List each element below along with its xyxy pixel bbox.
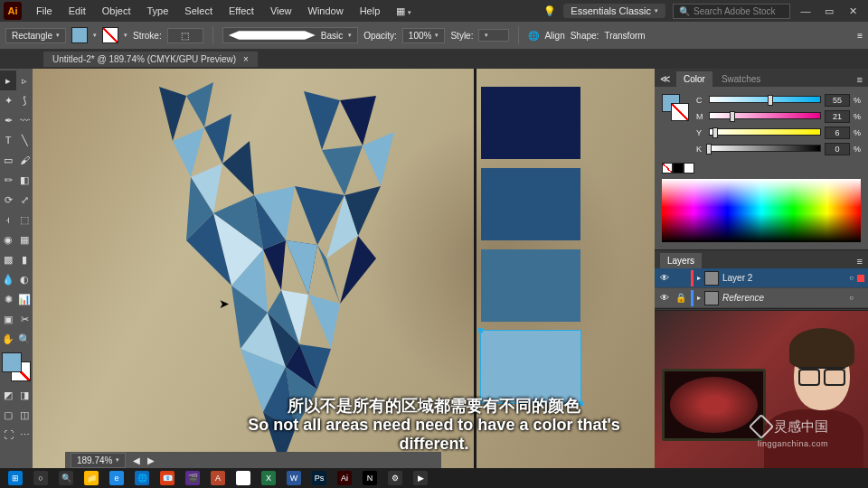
- taskbar-icon-1[interactable]: ○: [29, 469, 52, 487]
- shape-builder-tool[interactable]: ◉: [0, 230, 16, 249]
- stroke-swatch[interactable]: [102, 27, 118, 43]
- layer-row[interactable]: 👁 ▸ Layer 2 ○: [655, 268, 868, 288]
- fill-swatch[interactable]: [71, 27, 88, 43]
- panel-menu-icon[interactable]: ≡: [857, 31, 863, 41]
- white-swatch[interactable]: [684, 163, 694, 174]
- draw-behind-icon[interactable]: ◫: [16, 405, 33, 425]
- cmyk-k-slider[interactable]: [709, 145, 821, 154]
- taskbar-icon-3[interactable]: 📁: [80, 469, 103, 487]
- layer-name[interactable]: Layer 2: [722, 273, 752, 283]
- menu-type[interactable]: Type: [140, 3, 176, 19]
- taskbar-icon-7[interactable]: 🎬: [181, 469, 204, 487]
- menu-view[interactable]: View: [263, 3, 299, 19]
- cmyk-m-value[interactable]: 21: [825, 110, 850, 123]
- curvature-tool[interactable]: 〰: [16, 110, 33, 130]
- search-input[interactable]: 🔍 Search Adobe Stock: [673, 4, 790, 19]
- swatches-tab[interactable]: Swatches: [714, 71, 768, 87]
- direct-selection-tool[interactable]: ▹: [16, 70, 33, 90]
- close-tab-icon[interactable]: ×: [243, 54, 249, 64]
- taskbar-icon-4[interactable]: e: [105, 469, 128, 487]
- panel-stroke-swatch[interactable]: [671, 103, 689, 121]
- arrange-docs-icon[interactable]: ▦ ▾: [389, 3, 419, 20]
- cmyk-y-value[interactable]: 6: [825, 127, 850, 139]
- hand-tool[interactable]: ✋: [0, 329, 16, 349]
- blend-tool[interactable]: ◐: [16, 269, 33, 289]
- free-transform-tool[interactable]: ⬚: [16, 210, 33, 230]
- target-icon[interactable]: ○: [849, 294, 854, 302]
- taskbar-icon-9[interactable]: ⬇: [231, 469, 255, 487]
- layer-name[interactable]: Reference: [722, 293, 764, 303]
- slice-tool[interactable]: ✂: [16, 309, 33, 329]
- taskbar-icon-16[interactable]: ▶: [409, 469, 432, 487]
- taskbar-icon-12[interactable]: Ps: [307, 469, 331, 487]
- panel-menu-icon[interactable]: ≡: [857, 256, 863, 267]
- expand-layer-icon[interactable]: ▸: [697, 274, 701, 282]
- gradient-tool[interactable]: ▮: [16, 249, 33, 269]
- taskbar-icon-5[interactable]: 🌐: [130, 469, 154, 487]
- type-tool[interactable]: T: [0, 130, 16, 150]
- minimize-button[interactable]: —: [797, 3, 814, 19]
- tool-name-label[interactable]: Rectangle ▾: [5, 28, 66, 43]
- eraser-tool[interactable]: ◧: [16, 170, 33, 190]
- rectangle-tool[interactable]: ▭: [0, 150, 16, 170]
- scale-tool[interactable]: ⤢: [16, 190, 33, 210]
- taskbar-icon-11[interactable]: W: [282, 469, 306, 487]
- taskbar-icon-2[interactable]: 🔍: [54, 469, 78, 487]
- menu-file[interactable]: File: [29, 3, 60, 19]
- restore-button[interactable]: ▭: [821, 3, 837, 19]
- panel-collapse-icon[interactable]: ≪: [660, 73, 671, 85]
- pen-tool[interactable]: ✒: [0, 110, 16, 130]
- eyedropper-tool[interactable]: 💧: [0, 269, 16, 289]
- menu-select[interactable]: Select: [177, 3, 220, 19]
- document-tab[interactable]: Untitled-2* @ 189.74% (CMYK/GPU Preview)…: [43, 52, 258, 67]
- gradient-mode-icon[interactable]: ◨: [16, 385, 33, 405]
- graph-tool[interactable]: 📊: [16, 289, 33, 309]
- panel-menu-icon[interactable]: ≡: [857, 74, 863, 85]
- visibility-toggle-icon[interactable]: 👁: [658, 273, 671, 283]
- opacity-input[interactable]: 100% ▾: [402, 28, 446, 43]
- stroke-weight-input[interactable]: ⬚: [167, 28, 203, 43]
- menu-effect[interactable]: Effect: [222, 3, 261, 19]
- align-label[interactable]: Align: [544, 31, 564, 41]
- width-tool[interactable]: ⫞: [0, 210, 16, 230]
- lasso-tool[interactable]: ⟆: [16, 90, 33, 110]
- artboard-nav-next-icon[interactable]: ▶: [147, 455, 155, 465]
- cmyk-c-slider[interactable]: [709, 96, 821, 105]
- symbol-sprayer-tool[interactable]: ✺: [0, 289, 16, 309]
- taskbar-icon-15[interactable]: ⚙: [383, 469, 407, 487]
- artboard-nav-prev-icon[interactable]: ◀: [133, 455, 140, 465]
- line-tool[interactable]: ╲: [16, 130, 33, 150]
- none-swatch-icon[interactable]: [662, 163, 673, 174]
- transform-label[interactable]: Transform: [604, 31, 645, 41]
- fill-color-swatch[interactable]: [2, 352, 22, 372]
- menu-help[interactable]: Help: [353, 3, 388, 19]
- cmyk-c-value[interactable]: 55: [825, 94, 850, 107]
- lock-toggle-icon[interactable]: 🔒: [675, 293, 687, 303]
- draw-normal-icon[interactable]: ▢: [0, 405, 16, 425]
- color-mode-icon[interactable]: ◩: [0, 385, 16, 405]
- selection-tool[interactable]: ▸: [0, 70, 16, 90]
- taskbar-icon-14[interactable]: N: [358, 469, 382, 487]
- color-spectrum[interactable]: [662, 179, 861, 242]
- taskbar-icon-6[interactable]: 📧: [156, 469, 179, 487]
- artboard-tool[interactable]: ▣: [0, 309, 16, 329]
- shape-label[interactable]: Shape:: [571, 31, 599, 41]
- expand-layer-icon[interactable]: ▸: [697, 294, 701, 302]
- close-button[interactable]: ✕: [844, 3, 861, 19]
- workspace-selector[interactable]: Essentials Classic ▾: [563, 4, 665, 18]
- layer-row[interactable]: 👁 🔒 ▸ Reference ○: [655, 288, 868, 308]
- perspective-tool[interactable]: ▦: [16, 230, 33, 249]
- cmyk-y-slider[interactable]: [709, 128, 821, 137]
- visibility-toggle-icon[interactable]: 👁: [658, 293, 671, 303]
- menu-edit[interactable]: Edit: [61, 3, 93, 19]
- palette-swatch-3[interactable]: [481, 331, 580, 403]
- color-tab[interactable]: Color: [676, 71, 712, 87]
- palette-swatch-0[interactable]: [481, 87, 580, 159]
- taskbar-icon-0[interactable]: ⊞: [4, 469, 27, 487]
- menu-window[interactable]: Window: [301, 3, 351, 19]
- zoom-select[interactable]: 189.74% ▾: [71, 453, 126, 468]
- shaper-tool[interactable]: ✏: [0, 170, 16, 190]
- doc-setup-icon[interactable]: 🌐: [528, 31, 539, 41]
- fill-stroke-swatches[interactable]: [2, 352, 31, 381]
- cmyk-k-value[interactable]: 0: [825, 143, 850, 155]
